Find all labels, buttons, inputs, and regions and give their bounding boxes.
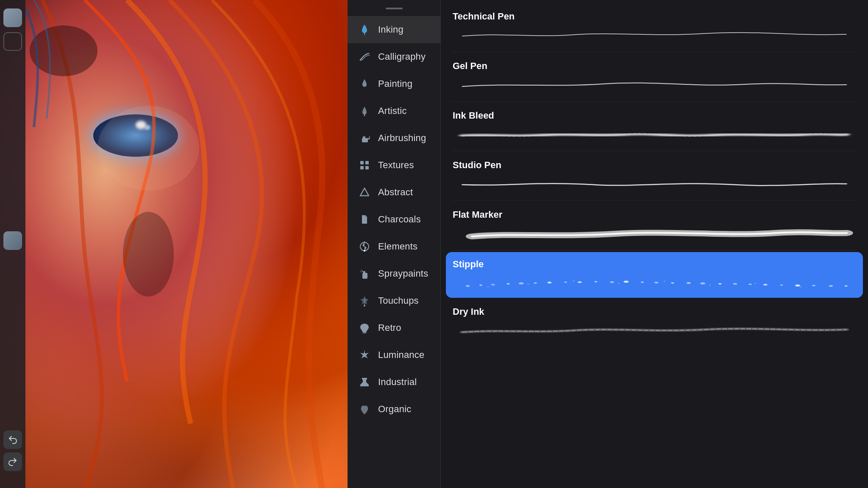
eye-detail	[93, 114, 178, 165]
category-panel: Inking Calligraphy Painting Artistic	[348, 0, 441, 488]
svg-rect-10	[365, 166, 369, 169]
airbrushing-icon	[358, 131, 371, 145]
category-item-abstract[interactable]: Abstract	[348, 179, 440, 206]
brush-item-ink-bleed[interactable]: Ink Bleed	[441, 103, 868, 149]
svg-point-42	[780, 285, 783, 286]
canvas-background	[0, 0, 348, 488]
charcoals-icon	[358, 213, 371, 226]
svg-point-49	[573, 280, 575, 281]
artistic-icon	[358, 104, 371, 118]
svg-point-31	[610, 281, 614, 283]
category-item-charcoals[interactable]: Charcoals	[348, 206, 440, 233]
canvas-area	[0, 0, 348, 488]
category-label-elements: Elements	[378, 241, 417, 252]
svg-rect-5	[363, 136, 365, 139]
svg-point-24	[506, 283, 509, 285]
category-label-luminance: Luminance	[378, 349, 424, 360]
brush-item-stipple[interactable]: Stipple	[446, 252, 863, 298]
abstract-icon	[358, 186, 371, 199]
svg-point-41	[763, 284, 768, 286]
svg-point-6	[367, 138, 369, 140]
svg-point-30	[594, 281, 597, 283]
brush-item-flat-marker[interactable]: Flat Marker	[441, 202, 868, 248]
svg-point-32	[623, 281, 629, 283]
category-item-touchups[interactable]: Touchups	[348, 287, 440, 314]
svg-point-13	[364, 250, 365, 252]
spraypaints-icon	[358, 267, 371, 280]
brush-item-dry-ink[interactable]: Dry Ink	[441, 299, 868, 345]
category-label-organic: Organic	[378, 404, 411, 415]
brush-name-gel-pen: Gel Pen	[453, 61, 856, 72]
color-picker-swatch[interactable]	[3, 231, 22, 250]
brush-item-technical-pen[interactable]: Technical Pen	[441, 4, 868, 50]
category-item-textures[interactable]: Textures	[348, 152, 440, 179]
brush-name-technical-pen: Technical Pen	[453, 11, 856, 22]
category-item-airbrushing[interactable]: Airbrushing	[348, 125, 440, 152]
category-label-retro: Retro	[378, 322, 401, 333]
category-label-touchups: Touchups	[378, 295, 419, 306]
category-label-artistic: Artistic	[378, 105, 407, 116]
industrial-icon	[358, 375, 371, 389]
svg-point-54	[800, 286, 802, 287]
brush-item-gel-pen[interactable]: Gel Pen	[441, 54, 868, 100]
organic-icon	[358, 402, 371, 416]
svg-point-16	[362, 271, 363, 272]
textures-icon	[358, 158, 371, 172]
category-item-inking[interactable]: Inking	[348, 16, 440, 43]
category-item-artistic[interactable]: Artistic	[348, 97, 440, 125]
svg-point-25	[519, 283, 524, 285]
svg-point-28	[564, 282, 567, 283]
retro-icon	[358, 321, 371, 335]
svg-point-22	[479, 285, 482, 286]
category-label-spraypaints: Spraypaints	[378, 268, 428, 279]
painting-icon	[358, 77, 371, 91]
svg-rect-8	[365, 161, 369, 164]
brush-name-studio-pen: Studio Pen	[453, 160, 856, 171]
brush-item-studio-pen[interactable]: Studio Pen	[441, 153, 868, 199]
brush-preview-gel-pen	[453, 76, 856, 93]
foreground-color-swatch[interactable]	[3, 8, 22, 27]
svg-point-21	[466, 285, 470, 287]
background-color-swatch[interactable]	[3, 32, 22, 51]
luminance-icon	[358, 348, 371, 362]
svg-point-17	[361, 270, 362, 271]
svg-point-43	[795, 285, 800, 287]
category-item-organic[interactable]: Organic	[348, 396, 440, 423]
svg-point-34	[654, 282, 659, 283]
brush-preview-stipple	[453, 274, 856, 291]
svg-point-12	[364, 241, 365, 243]
svg-rect-9	[360, 166, 364, 169]
category-label-charcoals: Charcoals	[378, 214, 421, 225]
touchups-icon	[358, 294, 371, 308]
category-item-calligraphy[interactable]: Calligraphy	[348, 43, 440, 70]
svg-point-48	[527, 284, 529, 285]
svg-point-40	[749, 284, 752, 285]
left-toolbar	[0, 0, 25, 488]
category-label-textures: Textures	[378, 160, 414, 171]
category-label-industrial: Industrial	[378, 377, 417, 388]
category-item-retro[interactable]: Retro	[348, 314, 440, 341]
svg-point-29	[578, 281, 582, 283]
undo-button[interactable]	[3, 430, 22, 449]
divider-3	[453, 151, 856, 151]
brush-preview-studio-pen	[453, 175, 856, 192]
divider-2	[453, 101, 856, 102]
category-label-airbrushing: Airbrushing	[378, 133, 426, 144]
brush-name-stipple: Stipple	[453, 259, 856, 270]
category-item-spraypaints[interactable]: Spraypaints	[348, 260, 440, 287]
category-item-elements[interactable]: Elements	[348, 233, 440, 260]
svg-point-44	[812, 285, 815, 286]
svg-point-53	[754, 283, 757, 284]
category-label-calligraphy: Calligraphy	[378, 51, 426, 62]
brush-preview-flat-marker	[453, 225, 856, 241]
category-label-painting: Painting	[378, 78, 412, 89]
svg-rect-7	[360, 161, 364, 164]
category-item-industrial[interactable]: Industrial	[348, 369, 440, 396]
redo-button[interactable]	[3, 452, 22, 471]
category-item-luminance[interactable]: Luminance	[348, 341, 440, 369]
svg-point-3	[360, 59, 362, 61]
svg-point-35	[671, 283, 674, 284]
brush-name-ink-bleed: Ink Bleed	[453, 110, 856, 121]
category-item-painting[interactable]: Painting	[348, 70, 440, 97]
svg-point-33	[641, 282, 644, 283]
